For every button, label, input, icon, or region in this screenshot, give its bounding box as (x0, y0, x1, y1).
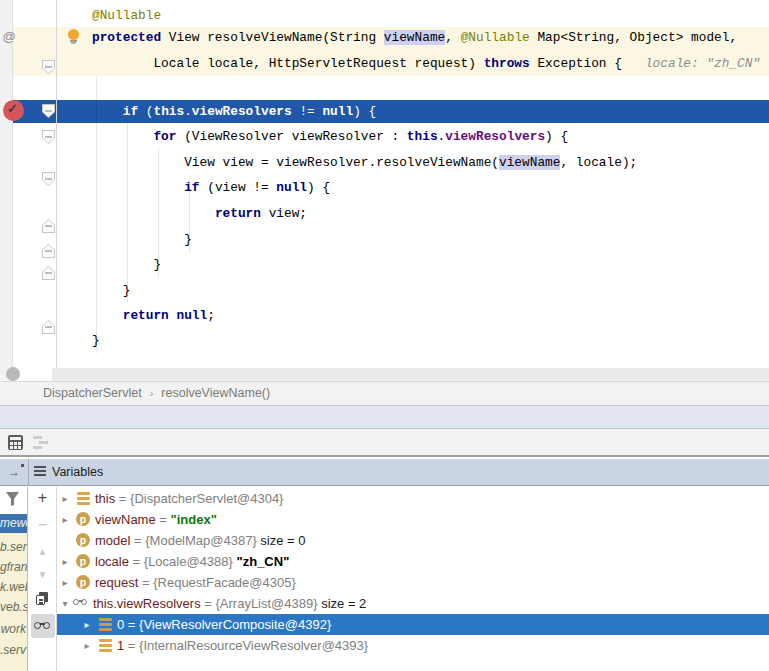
code-token: @Nullable (92, 8, 161, 23)
expand-chevron-icon[interactable]: ▾ (59, 593, 71, 614)
code-token: null (276, 180, 307, 195)
expand-chevron-icon[interactable]: ▸ (81, 635, 93, 656)
stack-frame-item[interactable]: veb.s (0, 598, 28, 617)
equals-sign: = (115, 491, 130, 506)
object-reference: {InternalResourceViewResolver@4393} (139, 638, 368, 653)
fold-marker-icon[interactable] (42, 266, 55, 280)
expand-chevron-icon[interactable]: ▸ (59, 551, 71, 572)
code-token: . (184, 104, 192, 119)
code-token: ) { (545, 129, 568, 144)
breakpoint-verified-icon[interactable]: ✓ (3, 100, 24, 121)
fold-marker-icon[interactable] (42, 130, 55, 144)
stack-frame-item[interactable]: .serv (0, 641, 28, 660)
code-line[interactable]: } (153, 254, 161, 276)
frames-panel-edge[interactable]: mewob.sergfrank.webveb.swork.serv (0, 487, 28, 671)
fold-marker-icon[interactable] (42, 320, 55, 334)
variable-row[interactable]: ▸plocale = {Locale@4388} "zh_CN" (57, 551, 769, 572)
code-token: (view != (207, 180, 276, 195)
annotation-gutter (0, 0, 13, 380)
move-down-icon[interactable]: ▼ (29, 569, 56, 580)
code-line[interactable]: } (123, 280, 131, 302)
code-line[interactable]: Locale locale, HttpServletRequest reques… (153, 53, 760, 75)
variable-row[interactable]: ▸this = {DispatcherServlet@4304} (57, 488, 769, 509)
code-line[interactable]: if (this.viewResolvers != null) { (123, 100, 376, 122)
stack-frame-item[interactable]: gfran (0, 558, 28, 577)
code-token: null (176, 308, 207, 323)
code-line[interactable]: if (view != null) { (184, 177, 330, 199)
variable-row[interactable]: ▸prequest = {RequestFacade@4305} (57, 572, 769, 593)
variable-name: this.viewResolvers (93, 596, 201, 611)
code-token: viewResolvers (445, 129, 545, 144)
variable-row[interactable]: ▾this.viewResolvers = {ArrayList@4389} s… (57, 593, 769, 614)
fold-marker-icon[interactable] (42, 172, 55, 186)
annotation-marker-icon[interactable]: @ (2, 29, 16, 45)
hamburger-icon[interactable] (34, 466, 46, 478)
code-line[interactable]: protected View resolveViewName(String vi… (92, 27, 737, 49)
fold-marker-icon[interactable] (42, 104, 55, 118)
code-token: @Nullable (461, 30, 530, 45)
variables-title: Variables (52, 459, 103, 486)
code-line[interactable]: return null; (123, 305, 215, 327)
code-line[interactable]: @Nullable (92, 5, 161, 27)
copy-icon[interactable] (36, 592, 49, 606)
stack-frame-item[interactable]: b.ser (0, 538, 28, 557)
breadcrumb-separator: › (150, 382, 154, 405)
evaluate-expression-icon[interactable] (8, 435, 23, 450)
variable-text: 0 = {ViewResolverComposite@4392} (117, 614, 331, 635)
variable-row[interactable]: pmodel = {ModelMap@4387} size = 0 (57, 530, 769, 551)
expand-chevron-icon[interactable]: ▸ (59, 509, 71, 530)
code-line[interactable]: for (ViewResolver viewResolver : this.vi… (153, 126, 568, 148)
show-watches-icon[interactable] (31, 614, 55, 638)
object-reference: {DispatcherServlet@4304} (130, 491, 283, 506)
remove-watch-icon[interactable]: − (29, 516, 56, 534)
stack-frame-item[interactable]: k.web (0, 578, 28, 597)
equals-sign: = (130, 533, 145, 548)
fold-marker-icon[interactable] (42, 219, 55, 233)
code-token: if (184, 180, 207, 195)
code-token: } (92, 333, 100, 348)
variable-name: viewName (95, 512, 156, 527)
code-token: Exception { (530, 56, 630, 71)
fold-marker-icon[interactable] (42, 244, 55, 258)
variable-name: this (95, 491, 115, 506)
code-token: Map<String, Object> model, (530, 30, 737, 45)
stack-frame-item[interactable]: mewo (0, 514, 28, 533)
variable-text: this.viewResolvers = {ArrayList@4389} si… (93, 593, 366, 614)
variable-row[interactable]: ▸pviewName = "index" (57, 509, 769, 530)
code-token: ) { (307, 180, 330, 195)
breadcrumb-method[interactable]: resolveViewName() (161, 382, 270, 405)
code-editor[interactable]: @Nullableprotected View resolveViewName(… (0, 0, 769, 380)
code-token: throws (484, 56, 530, 71)
value-icon (99, 618, 112, 631)
code-line[interactable]: } (92, 330, 100, 352)
variable-row[interactable]: ▸1 = {InternalResourceViewResolver@4393} (57, 635, 769, 656)
frames-header-cell: → (0, 459, 29, 486)
code-token: } (184, 232, 192, 247)
fold-marker-icon[interactable] (42, 60, 55, 74)
code-line[interactable]: View view = viewResolver.resolveViewName… (184, 152, 637, 174)
equals-sign: = (129, 554, 144, 569)
add-watch-icon[interactable]: + (29, 489, 56, 507)
variables-tree[interactable]: ▸this = {DispatcherServlet@4304}▸pviewNa… (57, 487, 769, 671)
expand-chevron-icon[interactable]: ▸ (59, 572, 71, 593)
breadcrumb-class[interactable]: DispatcherServlet (43, 382, 142, 405)
intention-bulb-icon[interactable] (68, 29, 80, 44)
expand-chevron-icon[interactable]: ▸ (81, 614, 93, 635)
code-token: this (407, 129, 438, 144)
expand-chevron-icon[interactable]: ▸ (59, 488, 71, 509)
restore-layout-icon[interactable] (33, 435, 48, 450)
code-token: } (123, 283, 131, 298)
code-token: view; (261, 206, 307, 221)
watches-side-toolbar: + − ▲ ▼ (29, 487, 57, 671)
show-execution-point-icon[interactable]: → (8, 464, 24, 480)
filter-funnel-icon[interactable] (6, 492, 19, 506)
object-reference: {ArrayList@4389} (215, 596, 317, 611)
code-line[interactable]: return view; (215, 203, 307, 225)
debugger-toolbar (0, 428, 769, 457)
move-up-icon[interactable]: ▲ (29, 546, 56, 557)
variable-row[interactable]: ▸0 = {ViewResolverComposite@4392} (57, 614, 769, 635)
code-token: this (153, 104, 184, 119)
variable-value: "zh_CN" (237, 554, 290, 569)
stack-frame-item[interactable]: work (0, 620, 28, 639)
code-line[interactable]: } (184, 229, 192, 251)
